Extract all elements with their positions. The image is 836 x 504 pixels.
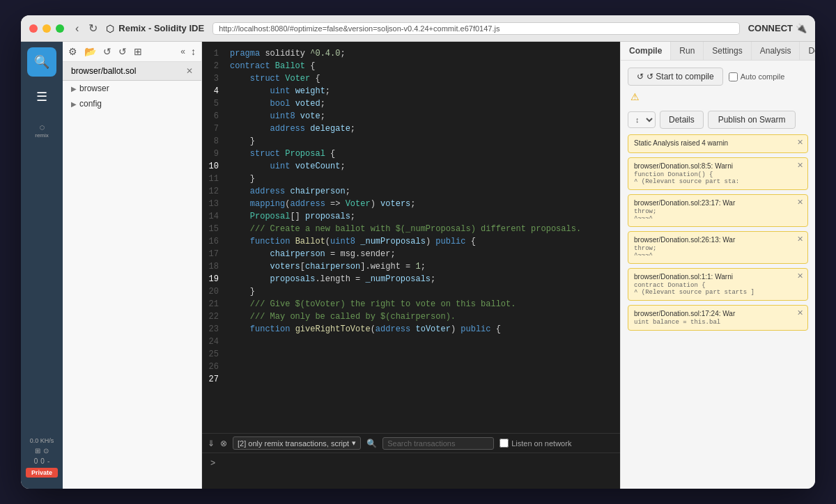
back-button[interactable]: ‹ (72, 20, 82, 36)
tab-compile[interactable]: Compile (621, 42, 671, 60)
tree-item-browser[interactable]: ▶ browser (63, 81, 201, 96)
panel-content: ↺ ↺ Start to compile Auto compile ⚠ ↕ (621, 61, 815, 489)
close-warning-3[interactable]: ✕ (797, 235, 803, 244)
auto-compile-option: Auto compile (729, 72, 785, 81)
warning-title-5: browser/Donation.sol:17:24: War (634, 310, 802, 317)
auto-compile-checkbox[interactable] (729, 72, 738, 81)
tx-filter-label: [2] only remix transactions, script (238, 439, 349, 448)
close-file-button[interactable]: ✕ (186, 66, 193, 76)
ethereum-icon: ⬡ (106, 23, 114, 34)
warning-title-1: browser/Donation.sol:8:5: Warni (634, 162, 802, 170)
listen-network-checkbox[interactable] (500, 439, 509, 448)
tab-debug[interactable]: Deb... (800, 42, 815, 60)
sidebar-search-button[interactable]: 🔍 (27, 47, 56, 77)
refresh-button[interactable]: ↺ (117, 45, 128, 58)
compile-section: ↺ ↺ Start to compile Auto compile ⚠ ↕ (628, 68, 808, 129)
copy-button[interactable]: ⊞ (132, 45, 144, 58)
close-warning-1[interactable]: ✕ (797, 161, 803, 170)
auto-compile-label: Auto compile (741, 72, 785, 81)
tree-item-config[interactable]: ▶ config (63, 96, 201, 111)
window-controls (29, 24, 64, 33)
close-warning-2[interactable]: ✕ (797, 198, 803, 207)
terminal-bar: ⇓ ⊗ [2] only remix transactions, script … (202, 433, 620, 489)
tx-filter-dropdown[interactable]: [2] only remix transactions, script ▾ (233, 436, 361, 450)
warning-triangle-icon: ⚠ (630, 91, 808, 102)
open-folder-button[interactable]: 📂 (83, 45, 98, 58)
close-window-button[interactable] (29, 24, 38, 33)
expand-button[interactable]: ↕ (189, 45, 197, 58)
code-lines: pragma solidity ^0.4.0; contract Ballot … (227, 42, 620, 433)
eth-logo: ⬡ (40, 125, 45, 131)
speed-label: 0.0 KH/s (30, 437, 54, 444)
collapse-button[interactable]: « (180, 47, 185, 56)
code-editor[interactable]: 123 456 789 101112 131415 161718 192021 … (202, 42, 620, 489)
close-warning-0[interactable]: ✕ (797, 138, 803, 147)
private-badge[interactable]: Private (26, 468, 58, 478)
url-bar[interactable]: http://localhost:8080/#optimize=false&ve… (212, 22, 740, 35)
file-tab[interactable]: browser/ballot.sol ✕ (63, 62, 201, 81)
file-explorer: ⚙ 📂 ↺ ↺ ⊞ « ↕ browser/ballot.sol ✕ ▶ bro… (63, 42, 202, 489)
refresh-icon: ↺ (637, 72, 644, 81)
explorer-toolbar: ⚙ 📂 ↺ ↺ ⊞ « ↕ (63, 42, 201, 62)
maximize-window-button[interactable] (56, 24, 64, 33)
tree-label-browser: browser (79, 84, 109, 93)
left-sidebar: 🔍 ☰ ⬡ remix 0.0 KH/s ⊞ ⊙ 0 0 - (21, 42, 63, 489)
title-bar: ‹ ↻ ⬡ Remix - Solidity IDE http://localh… (21, 15, 815, 42)
terminal-prompt: > (210, 459, 215, 468)
terminal-clear-button[interactable]: ⇓ (208, 439, 215, 448)
minimize-window-button[interactable] (42, 24, 51, 33)
sidebar-bottom: 0.0 KH/s ⊞ ⊙ 0 0 - Private (26, 437, 58, 483)
clock-icon: ⊙ (43, 447, 49, 455)
sidebar-menu-button[interactable]: ☰ (27, 82, 56, 111)
warning-title-0: Static Analysis raised 4 warnin (634, 139, 802, 147)
terminal-filter-button[interactable]: ⊗ (220, 439, 227, 448)
compile-top: ↺ ↺ Start to compile Auto compile (628, 68, 808, 86)
terminal-toolbar: ⇓ ⊗ [2] only remix transactions, script … (202, 434, 620, 453)
tab-settings[interactable]: Settings (704, 42, 751, 60)
connect-button[interactable]: CONNECT 🔌 (748, 23, 807, 33)
details-button[interactable]: Details (660, 111, 704, 129)
warning-code-3: throw; ^~~~^ (634, 245, 802, 259)
new-file-button[interactable]: ⚙ (67, 45, 79, 58)
line-numbers: 123 456 789 101112 131415 161718 192021 … (202, 42, 227, 433)
warning-card-5: ✕ browser/Donation.sol:17:24: War uint b… (628, 305, 808, 331)
tx-search-icon-button[interactable]: 🔍 (366, 439, 377, 448)
warning-code-1: function Donation() { ^ (Relevant source… (634, 171, 802, 185)
contract-selector[interactable]: ↕ (628, 111, 656, 128)
publish-swarm-button[interactable]: Publish on Swarm (708, 111, 796, 129)
start-compile-button[interactable]: ↺ ↺ Start to compile (628, 68, 723, 86)
warning-title-4: browser/Donation.sol:1:1: Warni (634, 273, 802, 281)
close-warning-5[interactable]: ✕ (797, 308, 803, 317)
main-window: ‹ ↻ ⬡ Remix - Solidity IDE http://localh… (21, 15, 815, 489)
url-text: http://localhost:8080/#optimize=false&ve… (219, 24, 500, 33)
compile-btn-label: ↺ Start to compile (647, 72, 714, 81)
tab-run[interactable]: Run (671, 42, 704, 60)
forward-button[interactable]: ↻ (86, 20, 100, 36)
nav-arrows: ‹ ↻ (72, 20, 100, 36)
count2: 0 (40, 457, 45, 465)
tx-search-box[interactable]: Search transactions (382, 437, 494, 450)
warning-code-2: throw; ^~~~^ (634, 208, 802, 222)
connect-icon: 🔌 (796, 23, 807, 33)
file-tab-name: browser/ballot.sol (71, 66, 136, 76)
app-title: Remix - Solidity IDE (118, 23, 204, 33)
warning-title-2: browser/Donation.sol:23:17: War (634, 199, 802, 207)
warning-card-0: ✕ Static Analysis raised 4 warnin (628, 134, 808, 153)
tree-arrow-config: ▶ (71, 100, 77, 108)
sidebar-ethereum-button[interactable]: ⬡ remix (27, 117, 56, 146)
main-content: 🔍 ☰ ⬡ remix 0.0 KH/s ⊞ ⊙ 0 0 - (21, 42, 815, 489)
warning-cards: ✕ Static Analysis raised 4 warnin ✕ brow… (628, 134, 808, 331)
details-row: ↕ Details Publish on Swarm (628, 111, 808, 129)
panel-tabs: Compile Run Settings Analysis Deb... (621, 42, 815, 61)
remix-label: remix (35, 132, 49, 139)
tree-arrow-browser: ▶ (71, 85, 77, 93)
warning-code-4: contract Donation {^ (Relevant source pa… (634, 282, 802, 296)
tab-analysis[interactable]: Analysis (752, 42, 800, 60)
right-panel: Compile Run Settings Analysis Deb... ↺ ↺… (620, 42, 815, 489)
warning-card-1: ✕ browser/Donation.sol:8:5: Warni functi… (628, 157, 808, 190)
code-content: 123 456 789 101112 131415 161718 192021 … (202, 42, 620, 433)
count1: 0 (34, 457, 38, 465)
bottom-icons: ⊞ ⊙ 0 0 - (34, 447, 49, 465)
git-button[interactable]: ↺ (102, 45, 113, 58)
close-warning-4[interactable]: ✕ (797, 271, 803, 281)
